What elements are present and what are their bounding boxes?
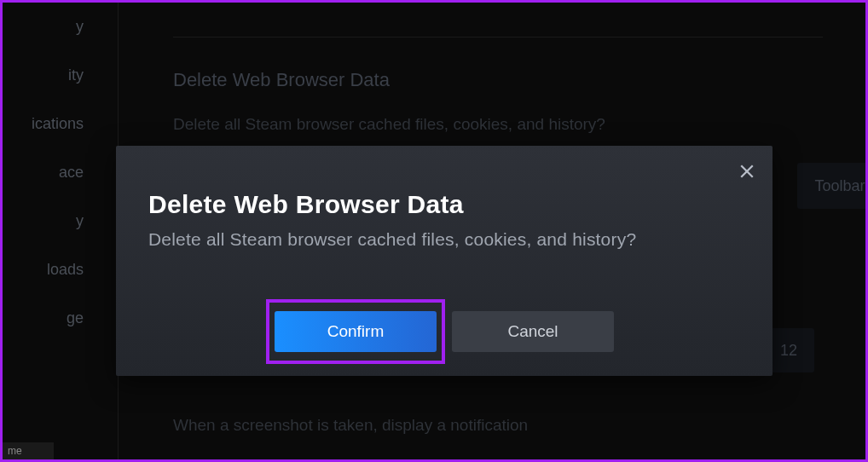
dialog-button-row: Confirm Cancel [116, 311, 773, 352]
bottom-bar-text: me [8, 445, 22, 457]
value-text: 12 [780, 342, 797, 360]
toolbar-label: Toolbar [814, 177, 865, 195]
sidebar-item[interactable]: y [3, 11, 118, 51]
content-divider [173, 37, 823, 38]
sidebar-item[interactable]: ace [3, 148, 118, 197]
confirm-dialog: Delete Web Browser Data Delete all Steam… [116, 146, 773, 376]
sidebar-item[interactable]: loads [3, 245, 118, 294]
close-button[interactable] [737, 161, 757, 182]
toolbar-option[interactable]: Toolbar [797, 163, 868, 209]
sidebar-item[interactable]: y [3, 197, 118, 245]
sidebar-item[interactable]: ications [3, 100, 118, 148]
dialog-subtitle: Delete all Steam browser cached files, c… [148, 229, 636, 250]
confirm-button[interactable]: Confirm [275, 311, 437, 352]
bottom-bar: me [3, 442, 54, 459]
sidebar-item[interactable]: ity [3, 51, 118, 100]
sidebar-item[interactable]: ge [3, 294, 118, 343]
sidebar: y ity ications ace y loads ge [3, 3, 118, 459]
close-icon [739, 164, 755, 179]
cancel-button[interactable]: Cancel [452, 311, 614, 352]
footer-text: When a screenshot is taken, display a no… [173, 416, 528, 435]
dialog-title: Delete Web Browser Data [148, 190, 464, 219]
section-title: Delete Web Browser Data [173, 69, 390, 91]
section-subtitle: Delete all Steam browser cached files, c… [173, 115, 605, 134]
